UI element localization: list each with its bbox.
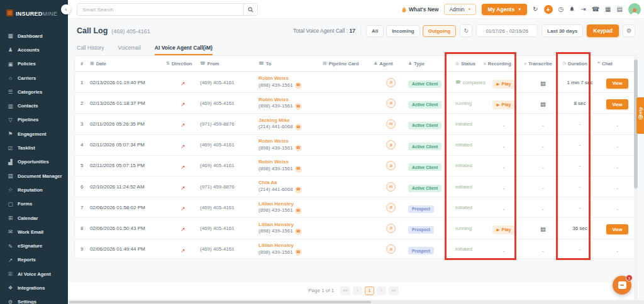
to-contact-name[interactable]: Robin Weiss	[258, 159, 323, 165]
transcript-document-icon[interactable]: ▤	[540, 80, 546, 87]
play-recording-button[interactable]: ▶Play	[492, 100, 516, 109]
my-agents-button[interactable]: My Agents▼	[482, 4, 527, 15]
view-chat-button[interactable]: View	[606, 99, 628, 109]
view-chat-button[interactable]: View	[606, 79, 628, 89]
column-header-[interactable]: #	[75, 61, 90, 67]
view-chat-button[interactable]: View	[606, 224, 628, 234]
column-header-date[interactable]: ▦ Date	[90, 61, 166, 67]
sidebar-item-work-email[interactable]: ✉ Work Email	[0, 225, 68, 239]
column-header-pipeline-card[interactable]: ▤ Pipeline Card	[323, 61, 374, 67]
help-tab[interactable]: ⓘ Help	[636, 97, 644, 134]
page-button-first[interactable]: ««	[340, 286, 350, 295]
sidebar-item-settings[interactable]: ⚙ Settings	[0, 295, 68, 304]
page-button-prev[interactable]: ‹	[353, 286, 362, 295]
horizontal-scrollbar-thumb[interactable]	[69, 301, 371, 303]
last-30-days-button[interactable]: Last 30 days	[541, 24, 583, 37]
search-input[interactable]	[77, 4, 243, 15]
gear-icon[interactable]: ⚙	[623, 24, 635, 37]
admin-dropdown[interactable]: Admin▼	[444, 4, 476, 15]
to-contact-name[interactable]: Lillian Hensley	[258, 222, 323, 228]
call-icon[interactable]: ☎	[295, 144, 302, 151]
sidebar-item-policies[interactable]: ▣ Policies	[0, 57, 68, 71]
transcript-document-icon[interactable]: ▤	[540, 100, 546, 107]
horizontal-scrollbar[interactable]	[68, 300, 644, 304]
call-icon[interactable]: ☎	[295, 207, 302, 214]
sidebar-item-ai-voice-agent[interactable]: ☏ AI Voice Agent	[0, 267, 68, 281]
to-contact-name[interactable]: Robin Weiss	[258, 97, 323, 103]
to-contact-name[interactable]: Robin Weiss	[258, 138, 323, 144]
page-button-1[interactable]: 1	[365, 286, 374, 295]
sidebar-item-categories[interactable]: ☰ Categories	[0, 85, 68, 99]
sidebar-item-carriers[interactable]: ⌂ Carriers	[0, 71, 68, 85]
to-contact-name[interactable]: Robin Weiss	[258, 75, 323, 82]
page-button-last[interactable]: »»	[389, 286, 399, 295]
filter-outgoing[interactable]: Outgoing	[423, 25, 457, 37]
sidebar-item-opportunities[interactable]: ▟ Opportunities	[0, 155, 68, 169]
bell-icon[interactable]	[569, 6, 575, 13]
tab-call-history[interactable]: Call History	[77, 45, 104, 55]
sidebar-item-document-manager[interactable]: ▤ Document Manager	[0, 169, 68, 183]
sidebar-item-engagement[interactable]: ⚑ Engagement	[0, 127, 68, 141]
apps-grid-icon[interactable]: ▦	[605, 6, 611, 13]
to-contact-name[interactable]: Lillian Hensley	[258, 242, 323, 249]
play-recording-button[interactable]: ▶Play	[492, 80, 516, 89]
vertical-scrollbar[interactable]	[634, 53, 638, 300]
call-icon[interactable]: ☎	[295, 228, 302, 235]
column-header-transcribe[interactable]: ≡ Transcribe	[524, 61, 562, 67]
table-row[interactable]: 4 02/11/2026 05:07:34 PM ↗ (469) 405-416…	[75, 134, 637, 155]
sync-icon[interactable]: ↻	[533, 6, 538, 13]
sidebar-item-reports[interactable]: ↗ Reports	[0, 253, 68, 267]
column-header-type[interactable]: ♟ Type	[408, 61, 455, 67]
call-icon[interactable]: ☎	[295, 187, 302, 193]
call-icon[interactable]: ☎	[295, 249, 302, 256]
table-row[interactable]: 2 02/13/2026 01:18:37 PM ↗ (469) 405-416…	[75, 92, 637, 113]
transcript-document-icon[interactable]: ▤	[540, 225, 546, 232]
call-icon[interactable]: ☎	[295, 103, 302, 110]
to-contact-name[interactable]: Jacking Mike	[258, 117, 323, 124]
sidebar-collapse-button[interactable]: ‹	[61, 4, 71, 14]
column-header-duration[interactable]: ◷ Duration	[562, 61, 597, 67]
play-recording-button[interactable]: ▶Play	[492, 225, 516, 234]
column-header-chat[interactable]: ❝ Chat	[597, 61, 637, 67]
table-row[interactable]: 8 02/06/2026 01:50:43 PM ↗ (469) 405-416…	[75, 217, 637, 238]
sidebar-item-integrations[interactable]: ❖ Integrations	[0, 281, 68, 295]
to-contact-name[interactable]: Chia Aa	[258, 180, 323, 186]
sidebar-item-dashboard[interactable]: ▦ Dashboard	[0, 29, 68, 43]
notes-icon[interactable]: ▤	[617, 6, 623, 13]
filter-all[interactable]: All	[366, 25, 384, 37]
filter-incoming[interactable]: Incoming	[386, 25, 420, 37]
phone-icon[interactable]: ☎	[592, 6, 599, 13]
column-header-recording[interactable]: ≈ Recording	[484, 61, 524, 67]
tab-voicemail[interactable]: Voicemail	[118, 45, 140, 55]
quick-add-icon[interactable]: +	[544, 5, 553, 14]
history-icon[interactable]: ◷	[558, 6, 564, 13]
column-header-from[interactable]: ☎ From	[200, 61, 258, 67]
call-icon[interactable]: ☎	[295, 82, 302, 89]
page-button-next[interactable]: ›	[377, 286, 386, 295]
sidebar-item-esignature[interactable]: ✎ eSignature	[0, 239, 68, 252]
logout-icon[interactable]: ⇥	[580, 6, 586, 13]
column-header-to[interactable]: ☎ To	[258, 61, 323, 67]
table-row[interactable]: 9 02/06/2026 01:49:44 PM ↗ (469) 405-416…	[75, 239, 637, 259]
search-icon[interactable]	[243, 4, 257, 15]
whats-new-link[interactable]: What's New	[401, 6, 438, 13]
sidebar-item-calendar[interactable]: ⊞ Calendar	[0, 211, 68, 225]
sidebar-item-pipelines[interactable]: ▽ Pipelines	[0, 113, 68, 127]
sidebar-item-reputation[interactable]: ☆ Reputation	[0, 183, 68, 197]
table-row[interactable]: 1 02/13/2026 01:19:40 PM ↗ (469) 405-416…	[75, 72, 637, 92]
user-avatar[interactable]	[628, 3, 641, 16]
sidebar-item-forms[interactable]: ▢ Forms	[0, 197, 68, 211]
keypad-button[interactable]: Keypad	[587, 24, 619, 37]
table-row[interactable]: 5 02/11/2026 05:07:15 PM ↗ (469) 405-416…	[75, 155, 637, 176]
chat-fab-button[interactable]: 1	[613, 276, 631, 295]
column-header-direction[interactable]: ⇅ Direction	[166, 61, 200, 67]
column-header-agent[interactable]: ♟ Agent	[374, 61, 408, 67]
tab-ai-voice-agent-call-im[interactable]: AI Voice Agent Call(iM)	[155, 45, 213, 55]
table-row[interactable]: 7 02/06/2026 01:58:02 PM ↗ (469) 405-416…	[75, 197, 637, 217]
table-row[interactable]: 6 02/10/2026 11:24:52 AM ↗ (971) 459-887…	[75, 176, 637, 197]
call-icon[interactable]: ☎	[295, 124, 302, 131]
table-row[interactable]: 3 02/11/2026 05:26:35 PM ↗ (971) 459-887…	[75, 113, 637, 134]
date-range-input[interactable]: 01/17/26 - 02/16/26	[476, 24, 538, 37]
sidebar-item-contacts[interactable]: ▥ Contacts	[0, 99, 68, 112]
to-contact-name[interactable]: Lillian Hensley	[258, 201, 323, 207]
